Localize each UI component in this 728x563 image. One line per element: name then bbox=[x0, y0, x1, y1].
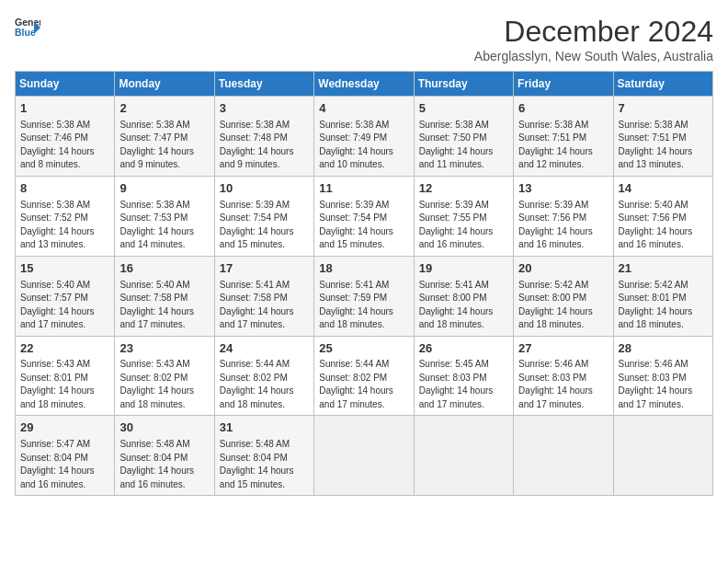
calendar-day-cell: 18Sunrise: 5:41 AMSunset: 7:59 PMDayligh… bbox=[314, 256, 414, 336]
calendar-week-row: 1Sunrise: 5:38 AMSunset: 7:46 PMDaylight… bbox=[16, 97, 713, 177]
day-detail: Sunrise: 5:41 AM bbox=[319, 279, 408, 293]
day-detail: Sunrise: 5:46 AM bbox=[619, 358, 708, 372]
day-detail: and 15 minutes. bbox=[220, 238, 309, 252]
calendar-day-cell: 2Sunrise: 5:38 AMSunset: 7:47 PMDaylight… bbox=[115, 97, 214, 177]
day-detail: Daylight: 14 hours bbox=[518, 225, 608, 239]
day-number: 11 bbox=[319, 180, 408, 198]
day-number: 13 bbox=[518, 180, 608, 198]
day-detail: Sunset: 8:03 PM bbox=[619, 372, 708, 385]
day-detail: Sunset: 7:58 PM bbox=[119, 292, 209, 305]
day-detail: Daylight: 14 hours bbox=[119, 225, 209, 239]
day-detail: Sunset: 7:48 PM bbox=[220, 132, 309, 145]
day-detail: Sunrise: 5:43 AM bbox=[20, 358, 109, 372]
day-number: 30 bbox=[119, 419, 209, 437]
calendar-day-cell: 8Sunrise: 5:38 AMSunset: 7:52 PMDaylight… bbox=[16, 176, 115, 256]
calendar-week-row: 15Sunrise: 5:40 AMSunset: 7:57 PMDayligh… bbox=[16, 256, 713, 336]
day-number: 10 bbox=[220, 180, 309, 198]
day-number: 1 bbox=[20, 100, 109, 118]
day-detail: Sunset: 8:00 PM bbox=[419, 292, 508, 305]
day-number: 5 bbox=[419, 100, 508, 118]
day-number: 12 bbox=[419, 180, 508, 198]
calendar-day-cell: 29Sunrise: 5:47 AMSunset: 8:04 PMDayligh… bbox=[16, 416, 115, 496]
calendar-day-cell: 5Sunrise: 5:38 AMSunset: 7:50 PMDaylight… bbox=[414, 97, 513, 177]
day-detail: Sunset: 8:04 PM bbox=[220, 452, 309, 465]
day-detail: Sunset: 8:02 PM bbox=[319, 372, 408, 385]
day-detail: Daylight: 14 hours bbox=[119, 385, 209, 398]
day-detail: Daylight: 14 hours bbox=[518, 145, 608, 159]
day-detail: Sunset: 8:02 PM bbox=[220, 372, 309, 385]
day-detail: Daylight: 14 hours bbox=[319, 225, 408, 239]
calendar-day-cell: 28Sunrise: 5:46 AMSunset: 8:03 PMDayligh… bbox=[613, 336, 712, 416]
calendar-day-cell bbox=[414, 416, 513, 496]
svg-text:Blue: Blue bbox=[15, 27, 36, 38]
day-detail: Sunset: 7:56 PM bbox=[518, 212, 608, 225]
calendar-day-cell: 19Sunrise: 5:41 AMSunset: 8:00 PMDayligh… bbox=[414, 256, 513, 336]
calendar-day-cell: 30Sunrise: 5:48 AMSunset: 8:04 PMDayligh… bbox=[115, 416, 214, 496]
day-number: 24 bbox=[220, 340, 309, 358]
day-detail: Sunrise: 5:38 AM bbox=[518, 119, 608, 132]
day-detail: Sunset: 8:01 PM bbox=[619, 292, 708, 305]
weekday-header-row: SundayMondayTuesdayWednesdayThursdayFrid… bbox=[16, 72, 713, 97]
day-number: 19 bbox=[419, 260, 508, 278]
weekday-header: Wednesday bbox=[314, 72, 414, 97]
day-detail: Sunset: 8:03 PM bbox=[518, 372, 608, 385]
day-detail: Sunrise: 5:46 AM bbox=[518, 358, 608, 372]
calendar-week-row: 29Sunrise: 5:47 AMSunset: 8:04 PMDayligh… bbox=[16, 416, 713, 496]
calendar-day-cell: 11Sunrise: 5:39 AMSunset: 7:54 PMDayligh… bbox=[314, 176, 414, 256]
day-detail: and 16 minutes. bbox=[119, 478, 209, 492]
day-detail: Sunrise: 5:38 AM bbox=[119, 199, 209, 213]
day-number: 31 bbox=[220, 419, 309, 437]
day-detail: Daylight: 14 hours bbox=[20, 225, 109, 239]
title-area: December 2024 Aberglasslyn, New South Wa… bbox=[474, 15, 713, 63]
day-detail: Sunrise: 5:38 AM bbox=[220, 119, 309, 132]
weekday-header: Monday bbox=[115, 72, 214, 97]
day-number: 7 bbox=[619, 100, 708, 118]
day-detail: and 16 minutes. bbox=[419, 238, 508, 252]
calendar-day-cell: 7Sunrise: 5:38 AMSunset: 7:51 PMDaylight… bbox=[613, 97, 712, 177]
day-detail: Sunset: 8:01 PM bbox=[20, 372, 109, 385]
day-detail: Daylight: 14 hours bbox=[220, 225, 309, 239]
weekday-header: Tuesday bbox=[214, 72, 313, 97]
day-detail: Sunrise: 5:40 AM bbox=[119, 279, 209, 293]
day-detail: and 9 minutes. bbox=[119, 158, 209, 172]
page-header: General Blue December 2024 Aberglasslyn,… bbox=[15, 15, 713, 63]
day-detail: Sunset: 7:53 PM bbox=[119, 212, 209, 225]
calendar-day-cell: 16Sunrise: 5:40 AMSunset: 7:58 PMDayligh… bbox=[115, 256, 214, 336]
day-detail: Sunrise: 5:44 AM bbox=[319, 358, 408, 372]
calendar-day-cell: 10Sunrise: 5:39 AMSunset: 7:54 PMDayligh… bbox=[214, 176, 313, 256]
day-detail: Sunset: 7:58 PM bbox=[220, 292, 309, 305]
logo-icon: General Blue bbox=[15, 15, 40, 40]
day-number: 14 bbox=[619, 180, 708, 198]
location-subtitle: Aberglasslyn, New South Wales, Australia bbox=[474, 49, 713, 63]
day-detail: and 15 minutes. bbox=[319, 238, 408, 252]
calendar-day-cell: 31Sunrise: 5:48 AMSunset: 8:04 PMDayligh… bbox=[214, 416, 313, 496]
calendar-day-cell: 20Sunrise: 5:42 AMSunset: 8:00 PMDayligh… bbox=[514, 256, 613, 336]
day-detail: Daylight: 14 hours bbox=[20, 145, 109, 159]
day-detail: Sunset: 8:02 PM bbox=[119, 372, 209, 385]
day-detail: and 11 minutes. bbox=[419, 158, 508, 172]
day-detail: Sunrise: 5:43 AM bbox=[119, 358, 209, 372]
day-number: 9 bbox=[119, 180, 209, 198]
day-detail: Daylight: 14 hours bbox=[619, 225, 708, 239]
day-number: 6 bbox=[518, 100, 608, 118]
day-detail: Sunrise: 5:38 AM bbox=[20, 119, 109, 132]
day-detail: Sunset: 7:51 PM bbox=[619, 132, 708, 145]
day-detail: Sunrise: 5:41 AM bbox=[220, 279, 309, 293]
day-detail: Daylight: 14 hours bbox=[119, 145, 209, 159]
calendar-day-cell: 25Sunrise: 5:44 AMSunset: 8:02 PMDayligh… bbox=[314, 336, 414, 416]
day-detail: and 17 minutes. bbox=[619, 398, 708, 412]
day-detail: and 16 minutes. bbox=[20, 478, 109, 492]
day-detail: Daylight: 14 hours bbox=[419, 225, 508, 239]
weekday-header: Friday bbox=[514, 72, 613, 97]
day-detail: and 14 minutes. bbox=[119, 238, 209, 252]
calendar-day-cell: 24Sunrise: 5:44 AMSunset: 8:02 PMDayligh… bbox=[214, 336, 313, 416]
calendar-day-cell: 22Sunrise: 5:43 AMSunset: 8:01 PMDayligh… bbox=[16, 336, 115, 416]
weekday-header: Saturday bbox=[613, 72, 712, 97]
day-detail: Sunset: 7:54 PM bbox=[319, 212, 408, 225]
calendar-day-cell: 27Sunrise: 5:46 AMSunset: 8:03 PMDayligh… bbox=[514, 336, 613, 416]
day-number: 16 bbox=[119, 260, 209, 278]
day-detail: and 10 minutes. bbox=[319, 158, 408, 172]
day-detail: Daylight: 14 hours bbox=[20, 305, 109, 319]
day-number: 28 bbox=[619, 340, 708, 358]
day-detail: and 16 minutes. bbox=[518, 238, 608, 252]
